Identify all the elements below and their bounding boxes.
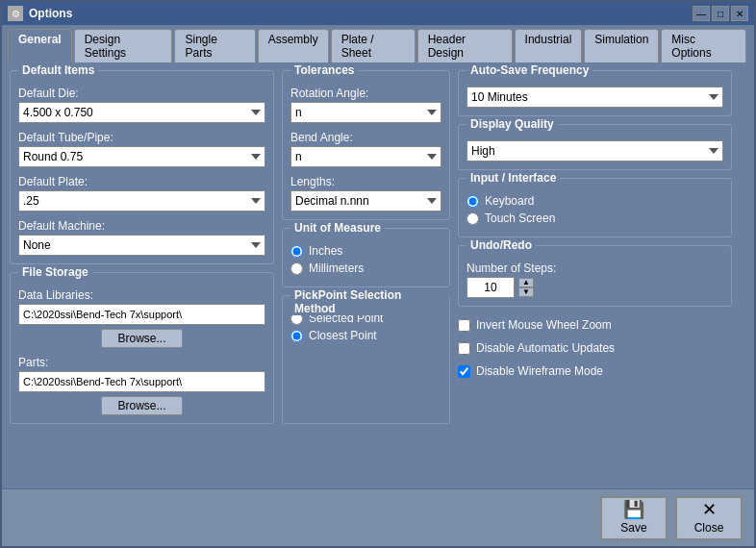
bottom-bar: 💾 Save ✕ Close — [2, 488, 754, 546]
default-items-title: Default Items — [18, 63, 98, 77]
tab-assembly[interactable]: Assembly — [258, 29, 329, 62]
disable-wireframe-label: Disable Wireframe Mode — [476, 364, 603, 378]
rotation-select[interactable]: n — [290, 102, 441, 123]
minimize-button[interactable]: — — [693, 6, 710, 21]
tab-simulation[interactable]: Simulation — [584, 29, 659, 62]
close-button[interactable]: ✕ Close — [675, 496, 743, 540]
touch-radio[interactable] — [466, 212, 479, 225]
parts-label: Parts: — [18, 356, 265, 369]
input-interface-title: Input / Interface — [466, 171, 560, 185]
default-plate-label: Default Plate: — [18, 175, 265, 188]
title-bar: ⚙ Options — □ ✕ — [2, 2, 754, 25]
close-label: Close — [694, 521, 724, 535]
closest-point-label: Closest Point — [309, 329, 377, 342]
close-window-button[interactable]: ✕ — [731, 6, 748, 21]
default-die-select[interactable]: 4.500 x 0.750 — [18, 102, 265, 123]
steps-increment[interactable]: ▲ — [518, 278, 534, 287]
browse-parts-button[interactable]: Browse... — [101, 396, 182, 415]
bend-label: Bend Angle: — [290, 131, 441, 144]
keyboard-label: Keyboard — [485, 194, 534, 208]
closest-point-radio[interactable] — [290, 330, 303, 342]
rotation-label: Rotation Angle: — [290, 87, 441, 100]
save-label: Save — [620, 521, 646, 535]
disable-wireframe-checkbox[interactable] — [458, 365, 470, 378]
steps-input[interactable] — [466, 277, 515, 298]
keyboard-radio[interactable] — [466, 195, 479, 208]
disable-updates-label: Disable Automatic Updates — [476, 341, 615, 355]
pickpoint-group: PickPoint Selection Method Selected Poin… — [282, 295, 450, 424]
tab-design-settings[interactable]: Design Settings — [74, 29, 173, 62]
checkboxes-area: Invert Mouse Wheel Zoom Disable Automati… — [458, 314, 732, 387]
file-storage-title: File Storage — [18, 265, 92, 279]
tolerances-group: Tolerances Rotation Angle: n Bend Angle:… — [282, 70, 450, 220]
millimeters-radio[interactable] — [290, 262, 303, 275]
invert-mouse-row: Invert Mouse Wheel Zoom — [458, 318, 732, 332]
default-machine-select[interactable]: None — [18, 235, 265, 256]
tab-header-design[interactable]: Header Design — [417, 29, 513, 62]
window-title: Options — [29, 7, 693, 20]
steps-decrement[interactable]: ▼ — [518, 287, 534, 297]
display-quality-title: Display Quality — [466, 117, 558, 131]
disable-wireframe-row: Disable Wireframe Mode — [458, 364, 732, 378]
unit-of-measure-title: Unit of Measure — [290, 221, 385, 235]
default-items-group: Default Items Default Die: 4.500 x 0.750… — [10, 70, 274, 264]
tab-content-general: Default Items Default Die: 4.500 x 0.750… — [2, 62, 754, 488]
steps-spinner: ▲ ▼ — [518, 278, 534, 297]
window-controls: — □ ✕ — [693, 6, 748, 21]
closest-point-row: Closest Point — [290, 329, 441, 342]
data-libraries-input[interactable] — [18, 304, 265, 325]
bend-select[interactable]: n — [290, 146, 441, 167]
millimeters-row: Millimeters — [290, 262, 441, 275]
tab-plate-sheet[interactable]: Plate / Sheet — [331, 29, 416, 62]
steps-label: Number of Steps: — [466, 262, 723, 275]
autosave-title: Auto-Save Frequency — [466, 63, 592, 77]
parts-input[interactable] — [18, 371, 265, 392]
autosave-group: Auto-Save Frequency 10 Minutes — [458, 70, 732, 116]
restore-button[interactable]: □ — [712, 6, 729, 21]
inches-row: Inches — [290, 244, 441, 258]
data-libraries-label: Data Libraries: — [18, 288, 265, 302]
tab-industrial[interactable]: Industrial — [515, 29, 583, 62]
autosave-select[interactable]: 10 Minutes — [466, 87, 723, 108]
invert-mouse-label: Invert Mouse Wheel Zoom — [476, 318, 612, 332]
tab-general[interactable]: General — [8, 29, 72, 62]
tab-misc-options[interactable]: Misc Options — [661, 29, 746, 62]
millimeters-label: Millimeters — [309, 262, 364, 275]
undo-redo-group: Undo/Redo Number of Steps: ▲ ▼ — [458, 245, 732, 307]
lengths-select[interactable]: Decimal n.nnn — [290, 190, 441, 212]
tolerances-title: Tolerances — [290, 63, 358, 77]
save-icon: 💾 — [623, 501, 644, 518]
pickpoint-title: PickPoint Selection Method — [290, 288, 449, 315]
window-icon: ⚙ — [8, 6, 23, 21]
main-window: ⚙ Options — □ ✕ General Design Settings … — [0, 0, 756, 548]
file-storage-group: File Storage Data Libraries: Browse... P… — [10, 272, 274, 424]
invert-mouse-checkbox[interactable] — [458, 319, 470, 332]
disable-updates-checkbox[interactable] — [458, 342, 470, 355]
default-tube-label: Default Tube/Pipe: — [18, 131, 265, 144]
touch-screen-label: Touch Screen — [485, 212, 555, 225]
input-interface-group: Input / Interface Keyboard Touch Screen — [458, 178, 732, 237]
close-icon: ✕ — [702, 501, 717, 518]
default-plate-select[interactable]: .25 — [18, 190, 265, 212]
unit-of-measure-group: Unit of Measure Inches Millimeters — [282, 228, 450, 287]
inches-radio[interactable] — [290, 245, 303, 258]
display-quality-group: Display Quality High — [458, 124, 732, 170]
tab-single-parts[interactable]: Single Parts — [174, 29, 255, 62]
lengths-label: Lengths: — [290, 175, 441, 188]
display-quality-select[interactable]: High — [466, 140, 723, 162]
disable-updates-row: Disable Automatic Updates — [458, 341, 732, 355]
browse-libraries-button[interactable]: Browse... — [101, 329, 182, 348]
keyboard-row: Keyboard — [466, 194, 723, 208]
default-die-label: Default Die: — [18, 87, 265, 100]
default-machine-label: Default Machine: — [18, 219, 265, 233]
tabs-bar: General Design Settings Single Parts Ass… — [2, 25, 754, 62]
inches-label: Inches — [309, 244, 342, 258]
touch-row: Touch Screen — [466, 212, 723, 225]
undo-redo-title: Undo/Redo — [466, 238, 536, 252]
save-button[interactable]: 💾 Save — [600, 496, 668, 540]
default-tube-select[interactable]: Round 0.75 — [18, 146, 265, 167]
